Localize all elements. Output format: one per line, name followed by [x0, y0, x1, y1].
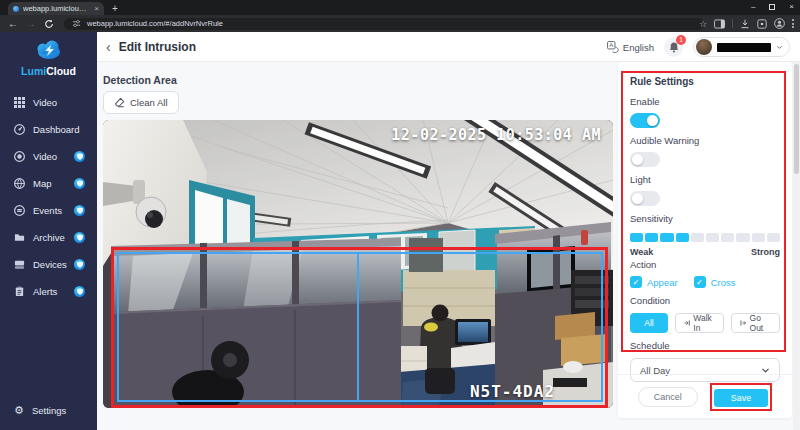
- action-checkbox-cross[interactable]: ✓ Cross: [694, 276, 736, 288]
- browser-forward-button[interactable]: →: [26, 19, 36, 29]
- sidebar-item-settings[interactable]: ⚙ Settings: [0, 397, 97, 424]
- url-text: webapp.lumicloud.com/#/addNvrNvrRule: [87, 19, 223, 28]
- premium-badge-icon: [74, 205, 85, 216]
- action-checkbox-appear[interactable]: ✓ Appear: [630, 276, 678, 288]
- extensions-icon[interactable]: [757, 19, 767, 29]
- redacted-username: [717, 43, 771, 52]
- camera-name: N5T-4DA2: [470, 382, 555, 401]
- audible-warning-toggle[interactable]: [630, 152, 660, 167]
- enable-toggle[interactable]: [630, 113, 660, 128]
- go-out-icon: [740, 319, 746, 327]
- panel-title: Rule Settings: [630, 76, 780, 87]
- dashboard-icon: [14, 124, 25, 135]
- gear-icon: ⚙: [14, 405, 24, 416]
- premium-badge-icon: [74, 232, 85, 243]
- sidebar-item-label: Map: [33, 178, 51, 189]
- clean-all-button[interactable]: Clean All: [103, 91, 179, 114]
- grid-icon: [14, 97, 25, 108]
- window-close-button[interactable]: ×: [789, 3, 794, 11]
- sidebar-item-label: Events: [33, 205, 62, 216]
- rule-settings-panel: Rule Settings Enable Audible Warning Lig…: [618, 62, 792, 418]
- profile-icon[interactable]: [774, 18, 785, 29]
- sidebar-item-label: Alerts: [33, 286, 57, 297]
- condition-label: Condition: [630, 295, 780, 306]
- light-label: Light: [630, 174, 780, 185]
- window-maximize-button[interactable]: [769, 4, 775, 10]
- panel-footer: Cancel Save: [618, 374, 792, 411]
- sidebar-item-alerts[interactable]: Alerts: [0, 278, 97, 305]
- notifications-button[interactable]: 1: [664, 38, 683, 57]
- page: webapp.lumicloud.com/#/add × + – × ← → w…: [0, 0, 800, 430]
- language-selector[interactable]: A English: [607, 41, 654, 53]
- download-icon[interactable]: [740, 19, 750, 29]
- site-settings-icon[interactable]: [72, 19, 81, 28]
- sidebar-item-dashboard[interactable]: Dashboard: [0, 116, 97, 143]
- scrollbar-thumb[interactable]: [794, 64, 799, 174]
- svg-text:A: A: [609, 42, 613, 48]
- checkbox-checked-icon: ✓: [694, 276, 706, 288]
- premium-badge-icon: [74, 178, 85, 189]
- browser-tab-strip: webapp.lumicloud.com/#/add × + – ×: [0, 0, 800, 15]
- enable-label: Enable: [630, 96, 780, 107]
- app-header: ‹ Edit Intrusion A English 1: [97, 32, 800, 62]
- detection-zone-blue-left[interactable]: [117, 252, 359, 402]
- light-toggle[interactable]: [630, 191, 660, 206]
- tab-close-icon[interactable]: ×: [94, 5, 99, 13]
- back-chevron-icon[interactable]: ‹: [106, 40, 111, 54]
- strong-label: Strong: [751, 247, 780, 257]
- brand-logo[interactable]: LumiCloud: [0, 32, 97, 77]
- translate-icon: A: [607, 41, 619, 53]
- bookmark-star-icon[interactable]: ☆: [699, 19, 707, 29]
- premium-badge-icon: [74, 286, 85, 297]
- chevron-down-icon: [776, 44, 783, 51]
- sidebar-item-label: Settings: [32, 405, 66, 416]
- lumicloud-logo-icon: [33, 40, 65, 60]
- page-scrollbar[interactable]: [793, 62, 800, 430]
- camera-view[interactable]: 12-02-2025 10:53:04 AM N5T-4DA2: [103, 120, 613, 408]
- avatar: [696, 39, 712, 55]
- eraser-icon: [114, 97, 125, 108]
- sidebar-item-archive[interactable]: Archive: [0, 224, 97, 251]
- condition-button-all[interactable]: All: [630, 313, 668, 333]
- devices-icon: [14, 259, 25, 270]
- camera-icon: [14, 151, 25, 162]
- sidebar-item-devices[interactable]: Devices: [0, 251, 97, 278]
- browser-toolbar: ← → webapp.lumicloud.com/#/addNvrNvrRule…: [0, 15, 800, 32]
- camera-timestamp: 12-02-2025 10:53:04 AM: [391, 126, 601, 144]
- walk-in-icon: [684, 319, 690, 327]
- condition-button-walk-in[interactable]: Walk In: [675, 313, 724, 333]
- browser-refresh-icon[interactable]: [44, 19, 54, 29]
- brand-lumi: Lumi: [21, 65, 46, 77]
- browser-menu-icon[interactable]: [792, 19, 794, 28]
- premium-badge-icon: [74, 259, 85, 270]
- detection-zone-blue-right[interactable]: [357, 252, 603, 402]
- tab-favicon-icon: [13, 6, 19, 12]
- sidebar-item-label: Dashboard: [33, 124, 79, 135]
- sidebar-item-events[interactable]: Events: [0, 197, 97, 224]
- events-icon: [14, 205, 25, 216]
- save-button[interactable]: Save: [714, 389, 769, 407]
- user-menu[interactable]: [693, 37, 790, 57]
- schedule-label: Schedule: [630, 340, 780, 351]
- annotation-box-save: Save: [710, 383, 773, 411]
- weak-label: Weak: [630, 247, 653, 257]
- sidebar-item-label: Video: [33, 97, 57, 108]
- side-panel-icon[interactable]: [714, 19, 725, 29]
- sensitivity-slider[interactable]: [630, 233, 780, 242]
- browser-tab[interactable]: webapp.lumicloud.com/#/add ×: [8, 2, 104, 15]
- browser-back-button[interactable]: ←: [8, 19, 18, 29]
- tab-title: webapp.lumicloud.com/#/add: [23, 4, 90, 13]
- alerts-icon: [14, 286, 25, 297]
- condition-button-go-out[interactable]: Go Out: [731, 313, 780, 333]
- map-icon: [14, 178, 25, 189]
- cancel-button[interactable]: Cancel: [638, 387, 698, 407]
- audible-warning-label: Audible Warning: [630, 135, 780, 146]
- new-tab-button[interactable]: +: [112, 2, 118, 15]
- address-bar[interactable]: webapp.lumicloud.com/#/addNvrNvrRule: [64, 18, 704, 30]
- toolbar-divider: [732, 19, 733, 28]
- sidebar-item-video[interactable]: Video: [0, 143, 97, 170]
- window-minimize-button[interactable]: –: [751, 3, 755, 11]
- sidebar-item-video-wall[interactable]: Video: [0, 89, 97, 116]
- sidebar-item-label: Video: [33, 151, 57, 162]
- sidebar-item-map[interactable]: Map: [0, 170, 97, 197]
